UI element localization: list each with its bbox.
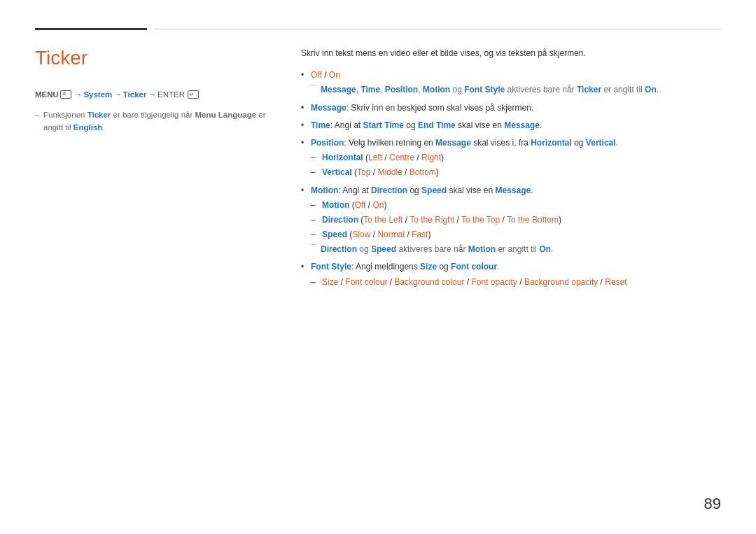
list-item-motion: Motion: Angi at Direction og Speed skal … — [301, 184, 721, 257]
enter-icon — [188, 90, 199, 99]
motion-sub-label: Motion — [322, 200, 349, 210]
sub-horizontal: Horizontal (Left / Centre / Right) — [311, 151, 721, 164]
list-item-off-on: Off / On Message, Time, Position, Motion… — [301, 69, 721, 97]
note-time: Time — [360, 85, 380, 94]
note-speed: Speed — [371, 244, 396, 254]
list-item-time: Time: Angi at Start Time og End Time ska… — [301, 119, 721, 132]
bgopacity-option: Background opacity — [524, 277, 598, 287]
fast-option: Fast — [412, 230, 428, 239]
off-on-note: Message, Time, Position, Motion og Font … — [311, 83, 721, 97]
note-on: On — [645, 85, 657, 94]
english-ref: English — [74, 123, 103, 132]
motion-label: Motion — [311, 185, 338, 195]
pos-message-ref: Message — [435, 138, 471, 148]
bottom-option: Bottom — [410, 167, 436, 177]
vertical-label: Vertical — [322, 167, 352, 177]
right-option: Right — [421, 153, 441, 162]
note-motion-ref: Motion — [468, 244, 496, 254]
ticker-ref: Ticker — [88, 111, 111, 119]
normal-option: Normal — [377, 230, 405, 239]
sub-motion-offon: Motion (Off / On) — [311, 199, 721, 212]
to-top: To the Top — [461, 215, 500, 225]
top-border-left — [35, 28, 147, 30]
to-left: To the Left — [363, 215, 402, 225]
intro-text: Skriv inn tekst mens en video eller et b… — [301, 47, 721, 60]
sub-fontstyle-options: Size / Font colour / Background colour /… — [311, 276, 721, 289]
menu-path: MENU → System → Ticker → ENTER — [35, 90, 273, 99]
note-motion-on: On — [539, 244, 551, 254]
sub-vertical: Vertical (Top / Middle / Bottom) — [311, 166, 721, 179]
bgcolour-option: Background colour — [394, 277, 464, 287]
speed-label: Speed — [322, 230, 347, 239]
right-column: Skriv inn tekst mens en video eller et b… — [301, 47, 721, 293]
end-time-label: End Time — [418, 120, 456, 130]
fontopacity-option: Font opacity — [471, 277, 517, 287]
arrow-1: → — [74, 90, 83, 99]
motion-message-ref: Message — [495, 185, 531, 195]
list-item-message: Message: Skriv inn en beskjed som skal v… — [301, 101, 721, 115]
time-label: Time — [311, 120, 330, 130]
speed-ref: Speed — [421, 185, 447, 195]
arrow-2: → — [113, 90, 122, 99]
left-column: Ticker MENU → System → Ticker → ENTER Fu… — [35, 47, 273, 293]
menu-icon — [60, 90, 71, 99]
fontcolour-option: Font colour — [345, 277, 387, 287]
middle-option: Middle — [377, 167, 402, 177]
motion-note: Direction og Speed aktiveres bare når Mo… — [311, 243, 721, 256]
centre-option: Centre — [389, 153, 414, 162]
list-item-position: Position: Velg hvilken retning en Messag… — [301, 136, 721, 180]
message-label: Message — [311, 103, 346, 113]
direction-ref: Direction — [371, 185, 407, 195]
note-ticker: Ticker — [577, 85, 601, 94]
fontstyle-sub-list: Size / Font colour / Background colour /… — [311, 276, 721, 289]
fontstyle-label: Font Style — [311, 262, 351, 272]
horizontal-ref: Horizontal — [531, 138, 572, 148]
to-bottom: To the Bottom — [507, 215, 559, 225]
direction-label: Direction — [322, 215, 358, 225]
enter-label: ENTER — [158, 90, 185, 99]
note-message: Message — [321, 85, 356, 94]
ticker-link: Ticker — [123, 90, 147, 99]
menu-lang-ref: Menu Language — [195, 111, 257, 119]
size-ref: Size — [420, 262, 437, 272]
page-number: 89 — [704, 495, 721, 513]
page-container: Ticker MENU → System → Ticker → ENTER Fu… — [0, 0, 756, 534]
top-border-right — [154, 29, 721, 29]
position-label: Position — [311, 138, 344, 148]
list-item-fontstyle: Font Style: Angi meldingens Size og Font… — [301, 260, 721, 288]
size-option: Size — [322, 277, 338, 287]
arrow-3: → — [148, 90, 156, 99]
left-note: Funksjonen Ticker er bare tilgjengelig n… — [35, 108, 273, 134]
slow-option: Slow — [352, 230, 370, 239]
motion-on: On — [372, 200, 384, 210]
horizontal-label: Horizontal — [322, 153, 363, 162]
motion-off: Off — [355, 200, 366, 210]
time-message-ref: Message — [504, 120, 540, 130]
vertical-ref: Vertical — [586, 138, 616, 148]
motion-sub-list: Motion (Off / On) Direction (To the Left… — [311, 199, 721, 242]
note-position: Position — [385, 85, 418, 94]
note-motion: Motion — [423, 85, 450, 94]
top-border — [35, 28, 721, 30]
sub-direction: Direction (To the Left / To the Right / … — [311, 213, 721, 227]
to-right: To the Right — [410, 215, 454, 225]
note-direction: Direction — [321, 244, 357, 254]
system-link: System — [83, 90, 112, 99]
off-label: Off — [311, 70, 322, 80]
reset-option: Reset — [605, 277, 626, 287]
content-layout: Ticker MENU → System → Ticker → ENTER Fu… — [35, 47, 721, 293]
fontcolour-ref: Font colour — [451, 262, 497, 272]
menu-word: MENU — [35, 90, 59, 99]
bullet-list: Off / On Message, Time, Position, Motion… — [301, 69, 721, 289]
start-time-label: Start Time — [363, 120, 404, 130]
position-sub-list: Horizontal (Left / Centre / Right) Verti… — [311, 151, 721, 179]
page-title: Ticker — [35, 47, 273, 69]
sub-speed: Speed (Slow / Normal / Fast) — [311, 228, 721, 241]
top-option: Top — [357, 167, 370, 177]
note-fontstyle: Font Style — [464, 85, 505, 94]
left-option: Left — [368, 153, 382, 162]
on-label: On — [329, 70, 340, 80]
